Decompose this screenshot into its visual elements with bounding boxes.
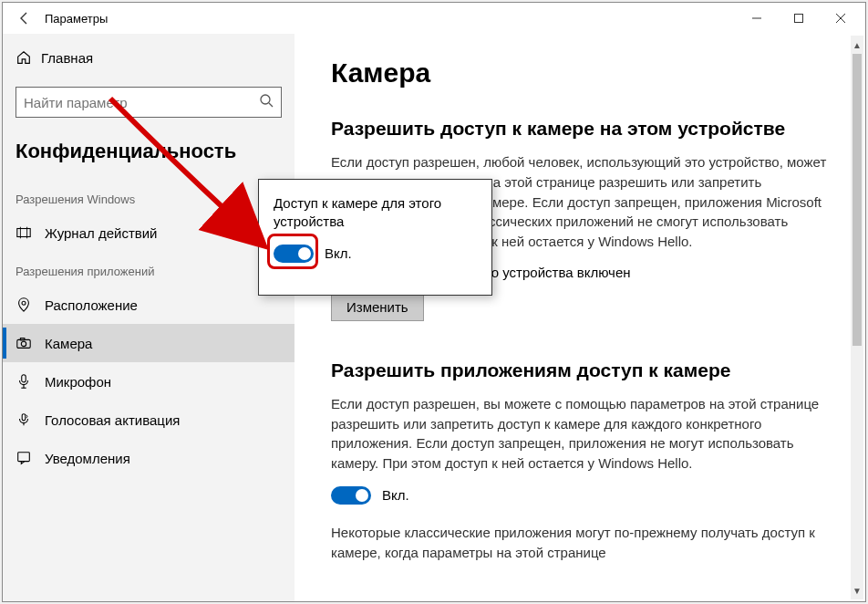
voice-activation-icon: [16, 411, 45, 428]
section2-heading: Разрешить приложениям доступ к камере: [331, 359, 829, 381]
sidebar-section-title: Конфиденциальность: [3, 134, 294, 180]
sidebar-item-label: Голосовая активация: [45, 412, 180, 428]
notifications-icon: [16, 450, 45, 466]
sidebar-item-voice-activation[interactable]: Голосовая активация: [3, 401, 294, 439]
close-button[interactable]: [820, 4, 862, 33]
sidebar-group-apps: Разрешения приложений: [3, 252, 294, 286]
home-icon: [16, 49, 41, 66]
search-input[interactable]: [24, 95, 259, 110]
scroll-down-arrow[interactable]: ▼: [851, 583, 863, 598]
section1-heading: Разрешить доступ к камере на этом устрой…: [331, 118, 829, 140]
history-icon: [16, 224, 45, 241]
sidebar-item-camera[interactable]: Камера: [3, 324, 294, 362]
sidebar: Главная Конфиденциальность Разрешения Wi…: [3, 34, 294, 601]
vertical-scrollbar[interactable]: ▲ ▼: [851, 36, 863, 599]
scroll-thumb[interactable]: [852, 54, 862, 346]
sidebar-item-label: Микрофон: [45, 374, 111, 390]
sidebar-home-label: Главная: [41, 50, 93, 66]
svg-rect-1: [795, 15, 803, 23]
title-bar: Параметры: [3, 3, 865, 34]
search-icon: [259, 93, 274, 111]
sidebar-item-label: Расположение: [45, 297, 138, 313]
scroll-up-arrow[interactable]: ▲: [851, 37, 863, 52]
apps-camera-toggle-row: Вкл.: [331, 486, 829, 505]
page-title: Камера: [331, 57, 829, 89]
location-icon: [16, 297, 45, 313]
device-camera-toggle-label: Вкл.: [325, 245, 352, 261]
apps-camera-toggle[interactable]: [331, 486, 371, 505]
device-camera-toggle-row: Вкл.: [274, 245, 477, 263]
section2-body: Если доступ разрешен, вы можете с помощь…: [331, 394, 829, 474]
minimize-button[interactable]: [736, 4, 778, 33]
apps-camera-toggle-label: Вкл.: [382, 487, 409, 503]
maximize-button[interactable]: [778, 4, 820, 33]
change-button[interactable]: Изменить: [331, 293, 424, 321]
window-controls: [736, 4, 862, 33]
svg-rect-6: [17, 229, 30, 237]
sidebar-item-label: Журнал действий: [45, 225, 157, 241]
sidebar-item-microphone[interactable]: Микрофон: [3, 362, 294, 401]
device-camera-access-popup: Доступ к камере для этого устройства Вкл…: [258, 179, 492, 296]
popup-title: Доступ к камере для этого устройства: [274, 194, 477, 232]
svg-rect-12: [20, 338, 25, 340]
sidebar-item-location[interactable]: Расположение: [3, 286, 294, 324]
sidebar-item-label: Уведомления: [45, 451, 130, 466]
sidebar-home[interactable]: Главная: [3, 39, 294, 76]
svg-line-5: [269, 103, 273, 107]
sidebar-item-activity-history[interactable]: Журнал действий: [3, 213, 294, 252]
search-box[interactable]: [16, 87, 282, 118]
svg-rect-13: [22, 375, 26, 382]
settings-window: Параметры Главная Конфиденциальность: [2, 2, 866, 602]
window-title: Параметры: [45, 12, 108, 26]
svg-point-9: [22, 301, 26, 305]
svg-point-11: [21, 341, 26, 346]
sidebar-item-notifications[interactable]: Уведомления: [3, 439, 294, 477]
sidebar-item-label: Камера: [45, 336, 92, 351]
content-area: Камера Разрешить доступ к камере на этом…: [294, 34, 865, 601]
svg-rect-16: [22, 414, 26, 421]
back-button[interactable]: [10, 11, 39, 26]
camera-icon: [16, 335, 45, 351]
svg-rect-18: [18, 453, 30, 462]
microphone-icon: [16, 373, 45, 390]
sidebar-group-windows: Разрешения Windows: [3, 180, 294, 213]
svg-point-4: [261, 95, 270, 104]
device-camera-toggle[interactable]: [274, 245, 314, 263]
section2-footnote: Некоторые классические приложения могут …: [331, 523, 829, 563]
